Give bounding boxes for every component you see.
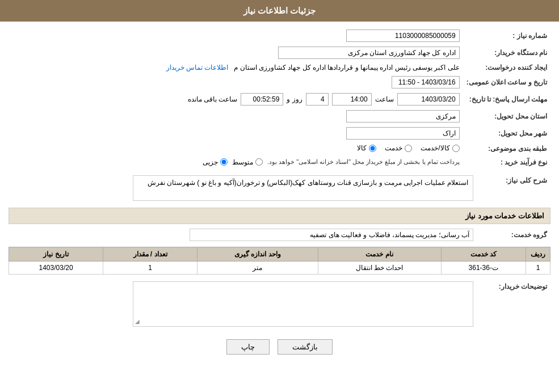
city-value: اراک bbox=[346, 127, 460, 140]
deadline-date: 1403/03/20 bbox=[397, 93, 460, 106]
buyer-notes-box: ◢ bbox=[133, 281, 473, 327]
category-radio-group: کالا/خدمت خدمت کالا bbox=[357, 144, 459, 152]
table-row: 1ت-36-361احداث خط انتقالمتر11403/03/20 bbox=[9, 261, 550, 274]
category-option-kala-khedmat[interactable]: کالا/خدمت bbox=[421, 144, 459, 152]
page-title: جزئیات اطلاعات نیاز bbox=[243, 6, 316, 15]
buyer-org-value: اداره کل جهاد کشاورزی استان مرکزی bbox=[278, 47, 460, 59]
process-note: پرداخت تمام یا بخشی از مبلغ خریداز محل "… bbox=[267, 158, 460, 166]
th-date: تاریخ نیاز bbox=[9, 247, 103, 261]
category-option-kala[interactable]: کالا bbox=[357, 144, 376, 152]
city-label: شهر محل تحویل: bbox=[463, 125, 550, 142]
service-group-value: آب رسانی؛ مدیریت پسماند، فاضلاب و فعالیت… bbox=[190, 229, 473, 241]
cell-row: 1 bbox=[526, 261, 550, 274]
requester-label: ایجاد کننده درخواست: bbox=[463, 61, 550, 74]
deadline-days-label: روز و bbox=[287, 95, 302, 103]
category-label-khedmat: خدمت bbox=[385, 144, 402, 152]
cell-quantity: 1 bbox=[103, 261, 197, 274]
process-option-jozii[interactable]: جزیی bbox=[203, 158, 228, 166]
category-label-kala-khedmat: کالا/خدمت bbox=[421, 144, 449, 152]
service-group-label: گروه خدمت: bbox=[477, 226, 550, 243]
deadline-countdown: 00:52:59 bbox=[241, 93, 283, 106]
deadline-time-label: ساعت bbox=[375, 95, 394, 103]
back-button[interactable]: بازگشت bbox=[278, 339, 333, 355]
buyer-org-label: نام دستگاه خریدار: bbox=[463, 44, 550, 61]
process-radio-jozii[interactable] bbox=[220, 158, 228, 166]
deadline-time: 14:00 bbox=[332, 93, 372, 106]
description-value: استعلام عملیات اجرایی مرمت و بازسازی قنا… bbox=[133, 175, 473, 201]
th-quantity: تعداد / مقدار bbox=[103, 247, 197, 261]
category-option-khedmat[interactable]: خدمت bbox=[385, 144, 412, 152]
announce-date-label: تاریخ و ساعت اعلان عمومی: bbox=[463, 74, 550, 91]
process-option-motevaset[interactable]: متوسط bbox=[232, 158, 263, 166]
need-number-value: 1103000085000059 bbox=[346, 29, 460, 42]
category-label-kala: کالا bbox=[357, 144, 367, 152]
cell-unit: متر bbox=[197, 261, 318, 274]
cell-date: 1403/03/20 bbox=[9, 261, 103, 274]
process-label-jozii: جزیی bbox=[203, 158, 218, 166]
requester-value: علی اکبر یوسفی رئیس اداره پیمانها و قرار… bbox=[234, 64, 459, 71]
process-label: نوع فرآیند خرید : bbox=[463, 156, 550, 168]
page-header: جزئیات اطلاعات نیاز bbox=[0, 0, 559, 22]
cell-name: احداث خط انتقال bbox=[318, 261, 441, 274]
cell-code: ت-36-361 bbox=[441, 261, 526, 274]
category-label: طبقه بندی موضوعی: bbox=[463, 142, 550, 156]
resize-icon: ◢ bbox=[135, 318, 140, 324]
deadline-days: 4 bbox=[306, 93, 329, 106]
category-radio-kala-khedmat[interactable] bbox=[452, 145, 460, 152]
need-number-label: شماره نیاز : bbox=[463, 27, 550, 44]
requester-link[interactable]: اطلاعات تماس خریدار bbox=[166, 64, 229, 71]
process-label-motevaset: متوسط bbox=[232, 158, 253, 166]
description-label: شرح کلی نیاز: bbox=[477, 173, 550, 203]
services-section-title: اطلاعات خدمات مورد نیاز bbox=[9, 208, 550, 224]
buyer-notes-label: توضیحات خریدار: bbox=[477, 279, 550, 334]
process-radio-motevaset[interactable] bbox=[255, 158, 263, 166]
th-row: ردیف bbox=[526, 247, 550, 261]
province-value: مرکزی bbox=[346, 110, 460, 123]
th-code: کد خدمت bbox=[441, 247, 526, 261]
category-radio-kala[interactable] bbox=[369, 145, 376, 152]
category-radio-khedmat[interactable] bbox=[405, 145, 412, 152]
action-buttons: بازگشت چاپ bbox=[9, 339, 550, 355]
announce-date-value: 1403/03/16 - 11:50 bbox=[392, 76, 460, 88]
print-button[interactable]: چاپ bbox=[226, 339, 270, 355]
deadline-label: مهلت ارسال پاسخ: تا تاریخ: bbox=[463, 91, 550, 108]
deadline-countdown-label: ساعت باقی مانده bbox=[188, 95, 238, 103]
services-table: ردیف کد خدمت نام خدمت واحد اندازه گیری ت… bbox=[9, 247, 550, 275]
province-label: استان محل تحویل: bbox=[463, 108, 550, 125]
th-unit: واحد اندازه گیری bbox=[197, 247, 318, 261]
th-name: نام خدمت bbox=[318, 247, 441, 261]
